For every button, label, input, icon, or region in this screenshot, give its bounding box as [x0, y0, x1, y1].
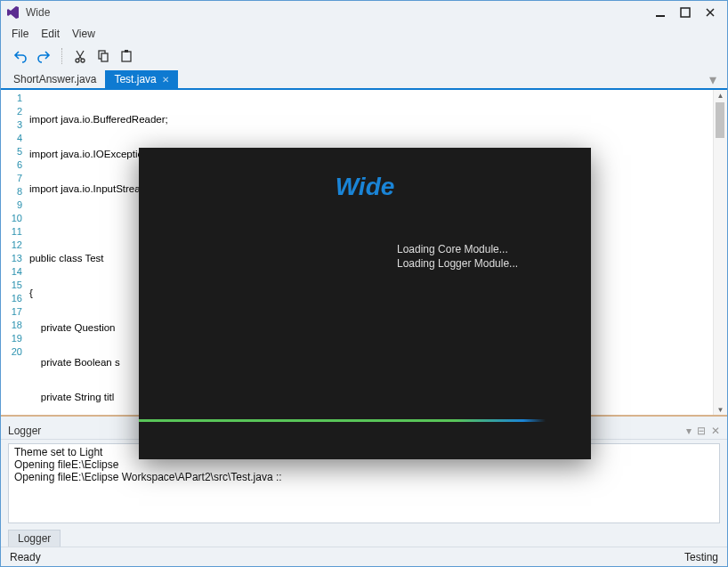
svg-rect-1: [681, 8, 690, 17]
statusbar: Ready Testing: [1, 547, 727, 566]
svg-point-3: [81, 59, 85, 62]
editor-tabs: ShortAnswer.java Test.java ✕ ▾: [1, 69, 727, 88]
minimize-button[interactable]: [654, 6, 667, 19]
toolbar: [1, 44, 727, 69]
app-window: Wide File Edit View ShortAnswer.java Tes…: [0, 0, 728, 567]
redo-icon[interactable]: [35, 47, 53, 65]
window-title: Wide: [26, 6, 654, 19]
scroll-up-icon[interactable]: ▲: [714, 90, 727, 101]
tab-close-icon[interactable]: ✕: [162, 75, 169, 85]
panel-close-icon[interactable]: ✕: [711, 425, 720, 437]
status-right: Testing: [684, 551, 718, 563]
logger-line: Opening fileE:\Eclipse: [14, 458, 714, 471]
svg-rect-0: [656, 15, 665, 17]
tab-label: ShortAnswer.java: [13, 73, 96, 85]
panel-pin-icon[interactable]: ⊟: [697, 425, 706, 437]
logger-tab-row: Logger: [1, 527, 727, 547]
vertical-scrollbar[interactable]: ▲ ▼: [713, 90, 727, 415]
tabs-menu-icon[interactable]: ▾: [709, 71, 724, 88]
logger-tab[interactable]: Logger: [8, 530, 61, 547]
menu-edit[interactable]: Edit: [41, 28, 60, 40]
tab-test[interactable]: Test.java ✕: [105, 70, 177, 88]
maximize-button[interactable]: [679, 6, 692, 19]
paste-icon[interactable]: [117, 47, 135, 65]
toolbar-separator: [61, 48, 62, 64]
line-gutter: 1 2 3 4 5 6 7 8 9 10 11 12 13 14 15 16 1…: [1, 90, 26, 415]
panel-dropdown-icon[interactable]: ▾: [686, 425, 692, 437]
scroll-down-icon[interactable]: ▼: [714, 404, 727, 415]
logger-title: Logger: [8, 425, 41, 437]
menu-file[interactable]: File: [12, 28, 28, 40]
svg-rect-6: [122, 52, 131, 61]
splash-title: Wide: [139, 148, 591, 201]
menubar: File Edit View: [1, 24, 727, 44]
cut-icon[interactable]: [71, 47, 89, 65]
status-left: Ready: [10, 551, 41, 563]
close-button[interactable]: [704, 6, 716, 19]
svg-point-2: [76, 59, 79, 62]
undo-icon[interactable]: [12, 47, 29, 65]
scroll-thumb[interactable]: [716, 102, 724, 138]
tab-shortanswer[interactable]: ShortAnswer.java: [4, 70, 105, 88]
splash-screen: Wide Loading Core Module... Loading Logg…: [139, 148, 591, 459]
window-controls: [654, 6, 722, 19]
splash-msg-line: Loading Core Module...: [397, 242, 518, 256]
copy-icon[interactable]: [94, 47, 112, 65]
tab-label: Test.java: [114, 73, 156, 85]
svg-rect-5: [101, 53, 108, 61]
titlebar[interactable]: Wide: [1, 1, 727, 24]
splash-msg-line: Loading Logger Module...: [397, 256, 518, 271]
splash-messages: Loading Core Module... Loading Logger Mo…: [397, 242, 518, 271]
logger-line: Opening fileE:\Eclipse Workspace\APart2\…: [14, 471, 714, 483]
svg-rect-7: [125, 50, 128, 53]
splash-progress-bar: [139, 419, 591, 422]
menu-view[interactable]: View: [72, 28, 95, 40]
app-logo-icon: [6, 5, 20, 20]
